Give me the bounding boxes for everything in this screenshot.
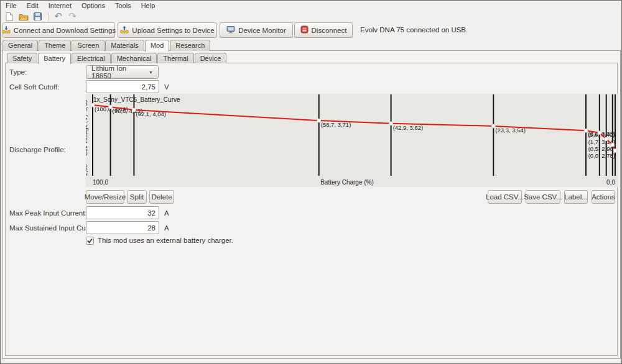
external-charger-label: This mod uses an external battery charge… <box>98 237 233 244</box>
max-sustained-current-unit: A <box>164 224 169 232</box>
external-charger-checkbox[interactable] <box>86 236 94 244</box>
tab-screen[interactable]: Screen <box>72 40 104 51</box>
point-label: (42,9, 3,62) <box>393 124 424 131</box>
load-csv-button[interactable]: Load CSV... <box>488 190 522 204</box>
subtab-battery[interactable]: Battery <box>38 53 71 64</box>
tab-mod[interactable]: Mod <box>145 40 169 52</box>
subtab-electrical[interactable]: Electrical <box>72 53 111 63</box>
tab-research[interactable]: Research <box>170 40 210 51</box>
max-peak-current-input[interactable] <box>86 206 159 219</box>
move-resize-button[interactable]: Move/Resize <box>86 190 124 204</box>
cell-soft-cutoff-label: Cell Soft Cutoff: <box>9 83 59 91</box>
tab-general[interactable]: General <box>2 40 38 51</box>
redo-icon[interactable]: ↷ <box>67 12 78 22</box>
connect-download-label: Connect and Download Settings <box>14 27 116 34</box>
curve-point-handle[interactable] <box>389 122 393 125</box>
curve-point-handle[interactable] <box>598 131 601 135</box>
chart-title: 1x_Sony_VTC5_Battery_Curve <box>93 96 180 103</box>
max-sustained-current-input[interactable] <box>86 221 159 234</box>
device-monitor-button[interactable]: Device Monitor <box>220 22 293 38</box>
discharge-profile-label: Discharge Profile: <box>9 146 66 153</box>
tab-theme[interactable]: Theme <box>39 40 71 51</box>
menu-edit[interactable]: Edit <box>22 1 44 10</box>
cell-soft-cutoff-input[interactable] <box>86 80 159 93</box>
curve-point-handle[interactable] <box>109 105 113 109</box>
mod-subtab-bar: Safety Battery Electrical Mechanical The… <box>7 52 226 63</box>
disconnect-icon <box>300 25 309 35</box>
disconnect-label: Disconnect <box>312 27 347 34</box>
open-file-icon[interactable] <box>18 12 29 22</box>
delete-button[interactable]: Delete <box>149 190 174 204</box>
curve-point-handle[interactable] <box>605 137 608 141</box>
curve-point-handle[interactable] <box>317 119 321 122</box>
label-button[interactable]: Label... <box>564 190 588 204</box>
curve-point-handle[interactable] <box>91 103 95 107</box>
point-label: (0,5, 2,96) <box>588 145 615 152</box>
cell-soft-cutoff-unit: V <box>164 83 169 91</box>
device-monitor-icon <box>226 25 235 35</box>
undo-icon[interactable]: ↶ <box>53 12 63 22</box>
curve-point-handle[interactable] <box>613 148 617 152</box>
connection-status: Evolv DNA 75 connected on USB. <box>360 22 468 38</box>
main-tab-bar: General Theme Screen Materials Mod Resea… <box>2 39 210 51</box>
curve-point-handle[interactable] <box>491 124 495 128</box>
upload-settings-button[interactable]: Upload Settings to Device <box>118 22 217 38</box>
subtab-device[interactable]: Device <box>195 53 227 63</box>
subtab-safety[interactable]: Safety <box>7 53 37 63</box>
battery-type-dropdown[interactable]: Lithium Ion 18650 ▼ <box>86 65 159 79</box>
y-axis-tick: 2,00 <box>86 165 88 176</box>
type-label: Type: <box>9 68 27 76</box>
device-monitor-label: Device Monitor <box>238 27 286 34</box>
menu-internet[interactable]: Internet <box>44 1 77 10</box>
menu-options[interactable]: Options <box>77 1 110 10</box>
tab-materials[interactable]: Materials <box>105 40 144 51</box>
disconnect-button[interactable]: Disconnect <box>294 22 353 38</box>
curve-point-handle[interactable] <box>584 129 588 132</box>
discharge-profile-chart[interactable]: (100,0, 4,19)(96,6, 4,13)(92,1, 4,04)(56… <box>86 94 618 187</box>
x-axis-tick: 100,0 <box>93 179 108 186</box>
menu-tools[interactable]: Tools <box>110 1 136 10</box>
y-axis-tick: 4,50 <box>86 100 88 112</box>
upload-settings-label: Upload Settings to Device <box>132 27 214 34</box>
toolbar-separator <box>48 12 49 21</box>
max-peak-current-unit: A <box>164 209 169 217</box>
menu-file[interactable]: File <box>1 1 22 10</box>
discharge-curve <box>93 105 615 150</box>
chevron-down-icon: ▼ <box>144 70 153 75</box>
point-label: (0,0, 2,78) <box>588 152 615 159</box>
split-button[interactable]: Split <box>127 190 147 204</box>
escribe-window: File Edit Internet Options Tools Help <box>0 0 622 364</box>
battery-type-value: Lithium Ion 18650 <box>91 65 144 80</box>
y-axis-label: Cell Voltage (V) <box>86 115 88 156</box>
actions-button[interactable]: Actions <box>592 190 615 204</box>
save-csv-button[interactable]: Save CSV... <box>526 190 560 204</box>
new-file-icon[interactable] <box>4 12 14 22</box>
connect-download-button[interactable]: Connect and Download Settings <box>2 22 115 38</box>
subtab-mechanical[interactable]: Mechanical <box>111 53 157 63</box>
upload-settings-icon <box>120 25 129 35</box>
save-icon[interactable] <box>32 12 43 22</box>
subtab-thermal[interactable]: Thermal <box>157 53 193 63</box>
max-peak-current-label: Max Peak Input Current: <box>9 209 87 217</box>
download-settings-icon <box>2 25 11 35</box>
x-axis-tick: 0,0 <box>606 179 615 186</box>
menu-help[interactable]: Help <box>136 1 160 10</box>
curve-point-handle[interactable] <box>611 143 615 147</box>
curve-point-handle[interactable] <box>132 108 136 112</box>
menubar: File Edit Internet Options Tools Help <box>1 1 621 11</box>
x-axis-label: Battery Charge (%) <box>320 179 374 186</box>
toolbar: ↶ ↷ <box>1 11 622 22</box>
